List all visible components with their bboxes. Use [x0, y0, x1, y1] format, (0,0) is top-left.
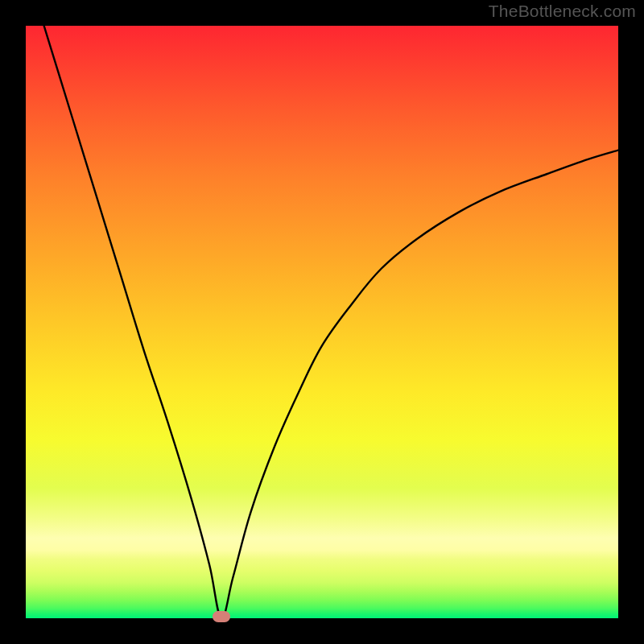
chart-container: TheBottleneck.com — [0, 0, 644, 644]
bottleneck-curve — [26, 26, 618, 618]
plot-area — [26, 26, 618, 618]
watermark-label: TheBottleneck.com — [489, 2, 636, 21]
optimal-point-marker — [213, 611, 230, 622]
